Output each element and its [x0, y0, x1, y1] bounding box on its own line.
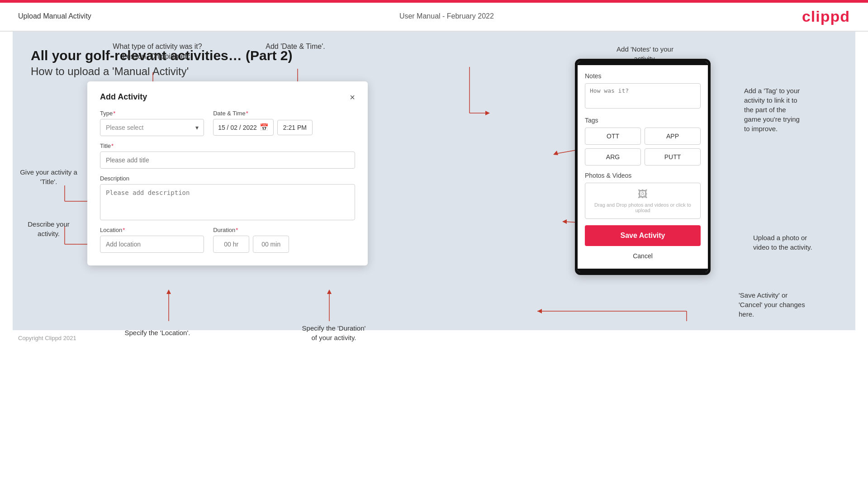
modal-close-button[interactable]: × [350, 93, 355, 102]
page-subtitle: How to upload a 'Manual Activity' [31, 65, 837, 78]
type-label: Type* [100, 110, 204, 117]
svg-marker-13 [327, 289, 332, 294]
date-value: 15 / 02 / 2022 [218, 124, 257, 131]
time-input[interactable]: 2:21 PM [277, 120, 313, 135]
page-header-center: User Manual - February 2022 [399, 12, 494, 20]
phone-panel: Notes Tags OTT APP ARG PUTT Photos & Vid… [575, 59, 711, 275]
date-time-label: Date & Time* [213, 110, 355, 117]
type-select[interactable]: Please select [100, 119, 204, 136]
notes-input[interactable] [585, 83, 701, 109]
annotation-give-title: Give your activity a'Title'. [14, 167, 84, 186]
tag-putt[interactable]: PUTT [645, 148, 701, 166]
notes-section-label: Notes [585, 72, 701, 80]
add-activity-modal: Add Activity × Type* Please select Date … [87, 81, 368, 265]
annotation-tag: Add a 'Tag' to youractivity to link it t… [744, 86, 848, 133]
photo-drop-zone[interactable]: 🖼 Drag and Drop photos and videos or cli… [585, 183, 701, 219]
photo-drop-text: Drag and Drop photos and videos or click… [585, 202, 700, 213]
tag-app[interactable]: APP [645, 128, 701, 145]
annotation-upload: Upload a photo orvideo to the activity. [753, 233, 848, 252]
location-input[interactable] [100, 236, 204, 253]
svg-marker-18 [553, 151, 558, 155]
save-activity-button[interactable]: Save Activity [585, 225, 701, 246]
annotation-date-time: Add 'Date & Time'. [252, 42, 338, 52]
footer-copyright: Copyright Clippd 2021 [18, 335, 76, 341]
location-label: Location* [100, 227, 204, 233]
modal-title: Add Activity [100, 92, 147, 102]
annotation-activity-type: What type of activity was it? Lesson, Ch… [108, 42, 207, 62]
tags-grid: OTT APP ARG PUTT [585, 128, 701, 166]
title-label: Title* [100, 142, 355, 149]
svg-marker-11 [166, 289, 171, 294]
duration-hours-input[interactable] [213, 236, 249, 253]
photos-section-label: Photos & Videos [585, 172, 701, 179]
annotation-describe: Describe youractivity. [14, 219, 84, 238]
svg-marker-23 [537, 309, 542, 313]
annotation-location: Specify the 'Location'. [112, 328, 203, 337]
duration-label: Duration* [213, 227, 355, 233]
tags-section-label: Tags [585, 117, 701, 124]
annotation-save: 'Save Activity' or'Cancel' your changesh… [739, 290, 852, 319]
tag-ott[interactable]: OTT [585, 128, 641, 145]
description-label: Description [100, 175, 355, 182]
cancel-button[interactable]: Cancel [585, 251, 701, 261]
date-input[interactable]: 15 / 02 / 2022 📅 [213, 119, 274, 136]
tag-arg[interactable]: ARG [585, 148, 641, 166]
svg-marker-20 [562, 219, 567, 224]
annotation-duration: Specify the 'Duration'of your activity. [284, 323, 384, 342]
title-input[interactable] [100, 152, 355, 169]
svg-marker-16 [485, 111, 490, 115]
calendar-icon: 📅 [260, 123, 269, 132]
page-header-left: Upload Manual Activity [18, 12, 91, 20]
photo-drop-icon: 🖼 [638, 189, 648, 200]
description-input[interactable] [100, 184, 355, 220]
clippd-logo: clippd [802, 8, 850, 25]
duration-mins-input[interactable] [253, 236, 289, 253]
